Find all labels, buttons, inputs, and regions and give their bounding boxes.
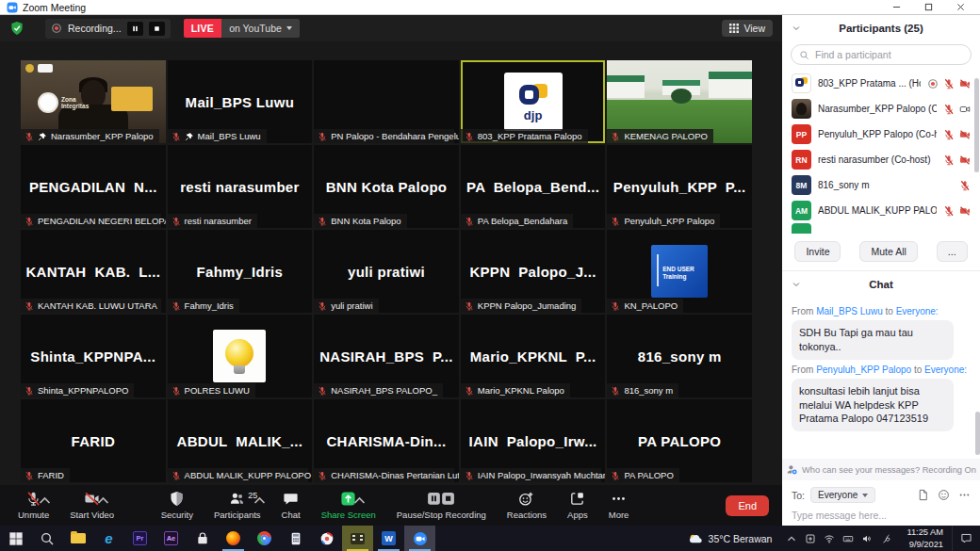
video-tile[interactable]: Penyuluh_KPP P... Penyuluh_KPP Palopo [607,145,752,228]
participant-row[interactable]: Narasumber_KPP Palopo (Co-host) [782,96,980,122]
video-tile[interactable]: KEMENAG PALOPO [607,60,752,143]
chat-sender[interactable]: Penyuluh_KPP Palopo [816,365,911,375]
toolbar-button[interactable]: Unmute [8,485,59,526]
video-tile[interactable]: Mario_KPKNL P... Mario_KPKNL Palopo [461,315,606,397]
file-attach-icon[interactable] [917,489,929,501]
tray-expand-chevron-icon[interactable] [786,533,797,544]
chat-sender[interactable]: Mail_BPS Luwu [816,306,883,316]
action-center-button[interactable] [952,526,980,551]
video-tile[interactable]: Mail_BPS Luwu Mail_BPS Luwu [168,60,313,143]
after-effects-button[interactable]: Ae [155,526,187,551]
toolbar-button[interactable]: Pause/Stop Recording [386,485,497,526]
chat-recipient[interactable]: Everyone: [896,306,939,316]
tray-app-icon[interactable] [805,533,816,544]
end-meeting-button[interactable]: End [726,495,769,516]
premiere-pro-icon: Pr [133,531,147,545]
firefox-button[interactable] [218,526,249,551]
toolbar-button[interactable]: Security [151,485,204,526]
video-tile[interactable]: ABDUL MALIK_... ABDUL MALIK_KUPP PALOPO [168,399,313,482]
video-tile[interactable]: PN Palopo - Bendahara Pengeluar... [314,60,459,143]
participant-row[interactable] [782,223,980,234]
recipient-dropdown[interactable]: Everyone [810,487,875,503]
minimize-button[interactable] [880,0,912,14]
pen-icon[interactable] [880,533,891,544]
video-tile[interactable]: BNN Kota Palopo BNN Kota Palopo [314,145,459,228]
toolbar-button[interactable]: Apps [557,485,598,526]
chat-scrollbar[interactable] [975,412,980,455]
video-tile[interactable]: Shinta_KPPNPA... Shinta_KPPNPALOPO [21,315,166,397]
chevron-up-icon[interactable] [351,493,368,509]
start-button[interactable] [0,526,31,551]
video-tile[interactable]: POLRES LUWU [168,315,313,397]
clock-date: 9/9/2021 [906,539,943,550]
participant-row[interactable]: RN resti narasumber (Co-host) [782,147,980,172]
word-button[interactable]: W [373,526,404,551]
weather-text: 35°C Berawan [709,533,773,544]
participant-row[interactable]: PP Penyuluh_KPP Palopo (Co-host) [782,122,980,147]
speaker-icon[interactable] [861,533,873,544]
video-tile[interactable]: END USER Training KN_PALOPO [607,230,752,313]
taskbar-clock[interactable]: 11:25 AM 9/9/2021 [898,527,952,549]
chat-recipient[interactable]: Everyone: [924,365,967,375]
toolbar-button[interactable]: 25 Participants [204,485,271,526]
video-tile[interactable]: Fahmy_Idris Fahmy_Idris [168,230,313,313]
chat-collapse-chevron-icon[interactable] [792,280,801,289]
wifi-icon[interactable] [824,533,835,544]
chevron-up-icon[interactable] [37,493,53,509]
participant-row[interactable]: 803_KPP Pratama ... (Host, me) [782,71,980,96]
maximize-button[interactable] [912,0,944,14]
chevron-up-icon[interactable] [95,493,111,509]
video-tile[interactable]: KANTAH KAB. L... KANTAH KAB. LUWU UTARA [21,230,166,313]
toolbar-button[interactable]: Share Screen [311,485,386,526]
video-tile[interactable]: PA PALOPO PA PALOPO [607,399,752,482]
video-tile[interactable]: NASIRAH_BPS P... NASIRAH_BPS PALOPO_ [314,315,459,397]
video-tile[interactable]: IAIN Palopo_Irw... IAIN Palopo_Irwansyah… [461,399,606,482]
chat-message-input[interactable]: Type message here... [782,505,980,526]
file-explorer-button[interactable] [62,526,93,551]
video-tile[interactable]: CHARISMA-Din... CHARISMA-Dinas Pertanian… [314,399,459,482]
internet-explorer-button[interactable]: e [93,526,124,551]
tile-name-label: PENGADILAN NEGERI BELOPA [21,214,161,228]
premiere-pro-button[interactable]: Pr [124,526,155,551]
close-button[interactable] [944,0,976,14]
video-tile[interactable]: 816_sony m 816_sony m [607,315,752,397]
participants-scrollbar[interactable] [974,78,979,172]
mute-all-button[interactable]: Mute All [859,241,917,262]
zoom-taskbar-button[interactable] [404,526,435,551]
video-tile[interactable]: djp 803_KPP Pratama Palopo [461,60,606,143]
toolbar-button-icon-row [569,491,585,507]
stop-recording-button[interactable] [149,22,165,36]
video-tile[interactable]: yuli pratiwi yuli pratiwi [314,230,459,313]
video-tile[interactable]: KPPN Palopo_J... KPPN Palopo_Jumading [461,230,606,313]
toolbar-button[interactable]: Reactions [497,485,557,526]
participants-collapse-chevron-icon[interactable] [792,24,801,33]
tile-label-text: BNN Kota Palopo [331,216,400,226]
toolbar-button[interactable]: More [598,485,640,526]
keyboard-icon[interactable] [842,533,854,544]
video-editor-button[interactable] [342,526,373,551]
toolbar-button[interactable]: Start Video [59,485,124,526]
view-button[interactable]: View [722,20,773,37]
taskbar-search-button[interactable] [31,526,62,551]
video-tile[interactable]: PENGADILAN N... PENGADILAN NEGERI BELOPA [21,145,166,228]
microsoft-store-button[interactable] [187,526,218,551]
participants-more-button[interactable]: ... [937,241,968,262]
video-tile[interactable]: PA Belopa_Bend... PA Belopa_Bendahara [461,145,606,228]
media-player-button[interactable] [311,526,342,551]
video-tile[interactable]: resti narasumber resti narasumber [168,145,313,228]
emoji-icon[interactable] [938,489,950,501]
video-tile[interactable]: Zona Integritas Narasumber_KPP Palopo [21,60,166,143]
video-tile[interactable]: FARID FARID [21,399,166,482]
toolbar-button[interactable]: Chat [271,485,311,526]
participant-row[interactable]: 8M 816_sony m [782,172,980,198]
live-target-dropdown[interactable]: on YouTube [221,19,300,38]
chrome-button[interactable] [249,526,280,551]
participant-row[interactable]: AM ABDUL MALIK_KUPP PALOPO [782,198,980,223]
weather-widget[interactable]: 35°C Berawan [680,532,780,545]
pause-recording-button[interactable] [127,22,143,36]
invite-button[interactable]: Invite [794,241,841,262]
chat-more-icon[interactable] [958,489,971,501]
participant-search-input[interactable]: Find a participant [791,44,972,65]
calculator-button[interactable] [280,526,311,551]
chevron-up-icon[interactable] [252,493,268,509]
